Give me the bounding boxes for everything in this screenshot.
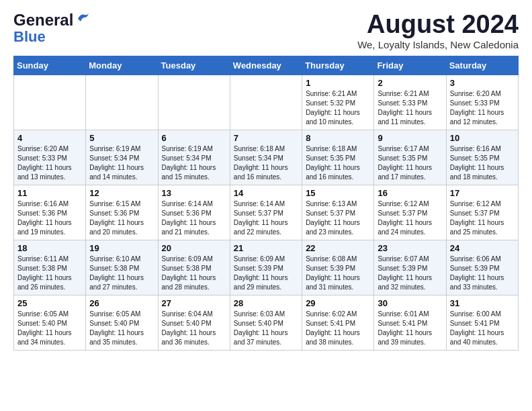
day-number: 25	[17, 298, 82, 308]
day-info: Sunrise: 6:09 AMSunset: 5:39 PMDaylight:…	[234, 255, 298, 292]
day-number: 3	[450, 78, 515, 88]
table-row: 13 Sunrise: 6:14 AMSunset: 5:36 PMDaylig…	[158, 185, 230, 240]
table-row: 14 Sunrise: 6:14 AMSunset: 5:37 PMDaylig…	[230, 185, 302, 240]
day-number: 16	[378, 188, 442, 198]
table-row: 31 Sunrise: 6:00 AMSunset: 5:41 PMDaylig…	[446, 295, 518, 350]
day-number: 8	[306, 133, 370, 143]
logo-blue: Blue	[13, 30, 90, 44]
day-number: 4	[17, 133, 82, 143]
day-number: 21	[234, 243, 298, 253]
day-info: Sunrise: 6:20 AMSunset: 5:33 PMDaylight:…	[17, 144, 82, 182]
day-info: Sunrise: 6:01 AMSunset: 5:41 PMDaylight:…	[378, 310, 442, 347]
day-info: Sunrise: 6:20 AMSunset: 5:33 PMDaylight:…	[450, 89, 515, 127]
day-number: 22	[306, 243, 370, 253]
table-row	[158, 75, 230, 130]
day-number: 14	[234, 188, 298, 198]
col-sunday: Sunday	[14, 56, 86, 75]
day-info: Sunrise: 6:15 AMSunset: 5:36 PMDaylight:…	[89, 199, 154, 237]
table-row	[230, 75, 302, 130]
day-number: 15	[306, 188, 370, 198]
day-number: 2	[378, 78, 442, 88]
logo-general: General	[13, 11, 73, 30]
day-info: Sunrise: 6:21 AMSunset: 5:32 PMDaylight:…	[306, 89, 370, 127]
table-row: 4 Sunrise: 6:20 AMSunset: 5:33 PMDayligh…	[14, 130, 86, 185]
day-info: Sunrise: 6:04 AMSunset: 5:40 PMDaylight:…	[162, 310, 226, 347]
table-row: 27 Sunrise: 6:04 AMSunset: 5:40 PMDaylig…	[158, 295, 230, 350]
table-row: 25 Sunrise: 6:05 AMSunset: 5:40 PMDaylig…	[14, 295, 86, 350]
day-number: 28	[234, 298, 298, 308]
day-info: Sunrise: 6:18 AMSunset: 5:35 PMDaylight:…	[306, 144, 370, 182]
day-info: Sunrise: 6:00 AMSunset: 5:41 PMDaylight:…	[450, 310, 515, 347]
calendar-table: Sunday Monday Tuesday Wednesday Thursday…	[13, 56, 519, 351]
col-wednesday: Wednesday	[230, 56, 302, 75]
day-info: Sunrise: 6:08 AMSunset: 5:39 PMDaylight:…	[306, 255, 370, 292]
day-info: Sunrise: 6:16 AMSunset: 5:36 PMDaylight:…	[17, 199, 82, 237]
table-row: 17 Sunrise: 6:12 AMSunset: 5:37 PMDaylig…	[446, 185, 518, 240]
table-row: 26 Sunrise: 6:05 AMSunset: 5:40 PMDaylig…	[86, 295, 158, 350]
day-info: Sunrise: 6:06 AMSunset: 5:39 PMDaylight:…	[450, 255, 515, 292]
day-info: Sunrise: 6:16 AMSunset: 5:35 PMDaylight:…	[450, 144, 515, 182]
day-number: 12	[89, 188, 154, 198]
day-info: Sunrise: 6:07 AMSunset: 5:39 PMDaylight:…	[378, 255, 442, 292]
table-row: 6 Sunrise: 6:19 AMSunset: 5:34 PMDayligh…	[158, 130, 230, 185]
day-info: Sunrise: 6:12 AMSunset: 5:37 PMDaylight:…	[378, 199, 442, 237]
day-info: Sunrise: 6:05 AMSunset: 5:40 PMDaylight:…	[17, 310, 82, 347]
day-number: 30	[378, 298, 442, 308]
title-area: August 2024 We, Loyalty Islands, New Cal…	[357, 11, 519, 50]
day-info: Sunrise: 6:14 AMSunset: 5:36 PMDaylight:…	[162, 199, 226, 237]
table-row: 20 Sunrise: 6:09 AMSunset: 5:38 PMDaylig…	[158, 240, 230, 295]
logo: General Blue	[13, 11, 90, 44]
day-number: 17	[450, 188, 515, 198]
day-number: 11	[17, 188, 82, 198]
table-row: 3 Sunrise: 6:20 AMSunset: 5:33 PMDayligh…	[446, 75, 518, 130]
table-row: 29 Sunrise: 6:02 AMSunset: 5:41 PMDaylig…	[302, 295, 374, 350]
day-number: 29	[306, 298, 370, 308]
table-row: 22 Sunrise: 6:08 AMSunset: 5:39 PMDaylig…	[302, 240, 374, 295]
day-info: Sunrise: 6:17 AMSunset: 5:35 PMDaylight:…	[378, 144, 442, 182]
day-number: 19	[89, 243, 154, 253]
table-row: 9 Sunrise: 6:17 AMSunset: 5:35 PMDayligh…	[374, 130, 446, 185]
table-row: 12 Sunrise: 6:15 AMSunset: 5:36 PMDaylig…	[86, 185, 158, 240]
day-number: 27	[162, 298, 226, 308]
day-info: Sunrise: 6:19 AMSunset: 5:34 PMDaylight:…	[89, 144, 154, 182]
col-tuesday: Tuesday	[158, 56, 230, 75]
day-info: Sunrise: 6:09 AMSunset: 5:38 PMDaylight:…	[162, 255, 226, 292]
table-row: 30 Sunrise: 6:01 AMSunset: 5:41 PMDaylig…	[374, 295, 446, 350]
day-info: Sunrise: 6:03 AMSunset: 5:40 PMDaylight:…	[234, 310, 298, 347]
table-row: 18 Sunrise: 6:11 AMSunset: 5:38 PMDaylig…	[14, 240, 86, 295]
day-info: Sunrise: 6:12 AMSunset: 5:37 PMDaylight:…	[450, 199, 515, 237]
day-number: 24	[450, 243, 515, 253]
table-row	[14, 75, 86, 130]
table-row: 10 Sunrise: 6:16 AMSunset: 5:35 PMDaylig…	[446, 130, 518, 185]
table-row: 24 Sunrise: 6:06 AMSunset: 5:39 PMDaylig…	[446, 240, 518, 295]
day-number: 6	[162, 133, 226, 143]
table-row: 19 Sunrise: 6:10 AMSunset: 5:38 PMDaylig…	[86, 240, 158, 295]
logo-bird-icon	[75, 12, 90, 26]
table-row: 8 Sunrise: 6:18 AMSunset: 5:35 PMDayligh…	[302, 130, 374, 185]
table-row: 7 Sunrise: 6:18 AMSunset: 5:34 PMDayligh…	[230, 130, 302, 185]
calendar-row: 1 Sunrise: 6:21 AMSunset: 5:32 PMDayligh…	[14, 75, 519, 130]
day-number: 13	[162, 188, 226, 198]
day-number: 18	[17, 243, 82, 253]
month-title: August 2024	[357, 11, 519, 39]
day-info: Sunrise: 6:21 AMSunset: 5:33 PMDaylight:…	[378, 89, 442, 127]
day-info: Sunrise: 6:19 AMSunset: 5:34 PMDaylight:…	[162, 144, 226, 182]
day-info: Sunrise: 6:14 AMSunset: 5:37 PMDaylight:…	[234, 199, 298, 237]
day-info: Sunrise: 6:10 AMSunset: 5:38 PMDaylight:…	[89, 255, 154, 292]
day-info: Sunrise: 6:05 AMSunset: 5:40 PMDaylight:…	[89, 310, 154, 347]
table-row: 15 Sunrise: 6:13 AMSunset: 5:37 PMDaylig…	[302, 185, 374, 240]
day-number: 23	[378, 243, 442, 253]
page-header: General Blue August 2024 We, Loyalty Isl…	[13, 11, 519, 50]
table-row: 23 Sunrise: 6:07 AMSunset: 5:39 PMDaylig…	[374, 240, 446, 295]
table-row: 11 Sunrise: 6:16 AMSunset: 5:36 PMDaylig…	[14, 185, 86, 240]
day-number: 26	[89, 298, 154, 308]
location: We, Loyalty Islands, New Caledonia	[357, 39, 519, 50]
calendar-row: 18 Sunrise: 6:11 AMSunset: 5:38 PMDaylig…	[14, 240, 519, 295]
day-number: 31	[450, 298, 515, 308]
day-number: 9	[378, 133, 442, 143]
day-number: 7	[234, 133, 298, 143]
table-row: 5 Sunrise: 6:19 AMSunset: 5:34 PMDayligh…	[86, 130, 158, 185]
table-row	[86, 75, 158, 130]
day-info: Sunrise: 6:13 AMSunset: 5:37 PMDaylight:…	[306, 199, 370, 237]
day-number: 5	[89, 133, 154, 143]
